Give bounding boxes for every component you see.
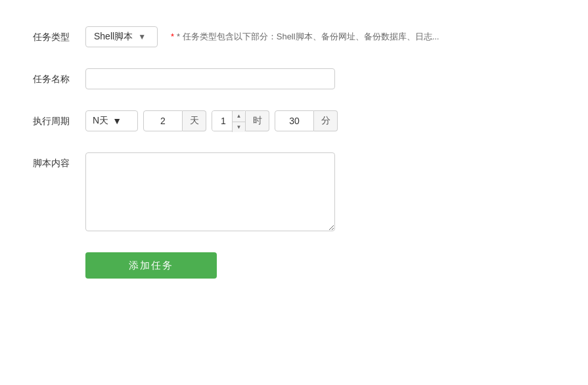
task-name-row: 任务名称 [33,68,555,89]
period-label: 执行周期 [33,110,85,131]
days-unit: 天 [183,110,206,131]
minutes-input[interactable] [275,110,314,131]
period-row: 执行周期 N天 ▼ 天 ▲ ▼ 时 [33,110,555,131]
hours-input-wrapper: ▲ ▼ [212,110,246,131]
hours-unit: 时 [246,110,269,131]
spinner-up-button[interactable]: ▲ [233,111,245,122]
days-input[interactable] [143,110,183,131]
script-content-label: 脚本内容 [33,152,85,173]
days-input-box: 天 [143,110,206,131]
script-content-area [85,152,555,231]
asterisk-icon: * [171,32,174,41]
add-task-button[interactable]: 添加任务 [85,252,217,279]
add-task-content: 添加任务 [85,252,555,279]
task-type-label: 任务类型 [33,26,85,47]
script-content-row: 脚本内容 [33,152,555,231]
hours-input-outer: ▲ ▼ 时 [212,110,269,131]
add-task-row: 添加任务 [33,252,555,279]
minutes-input-box: 分 [275,110,338,131]
dropdown-arrow-icon: ▼ [138,32,146,41]
minutes-unit: 分 [314,110,338,131]
period-type-value: N天 [93,115,108,127]
task-type-value: Shell脚本 [94,31,133,43]
period-content: N天 ▼ 天 ▲ ▼ 时 [85,110,555,131]
task-type-hint: ** 任务类型包含以下部分：Shell脚本、备份网址、备份数据库、日志... [171,26,439,47]
period-dropdown-arrow-icon: ▼ [112,116,122,126]
task-type-row: 任务类型 Shell脚本 ▼ ** 任务类型包含以下部分：Shell脚本、备份网… [33,26,555,47]
task-type-content: Shell脚本 ▼ ** 任务类型包含以下部分：Shell脚本、备份网址、备份数… [85,26,555,47]
period-type-dropdown[interactable]: N天 ▼ [85,110,138,131]
task-type-dropdown[interactable]: Shell脚本 ▼ [85,26,158,47]
script-textarea[interactable] [85,152,335,231]
spinner-down-button[interactable]: ▼ [233,122,245,133]
task-name-content [85,68,555,89]
hint-text-content: * 任务类型包含以下部分：Shell脚本、备份网址、备份数据库、日志... [177,32,439,41]
task-name-label: 任务名称 [33,68,85,89]
period-group: N天 ▼ 天 ▲ ▼ 时 [85,110,338,131]
task-name-input[interactable] [85,68,335,89]
spinner-buttons: ▲ ▼ [232,111,245,132]
